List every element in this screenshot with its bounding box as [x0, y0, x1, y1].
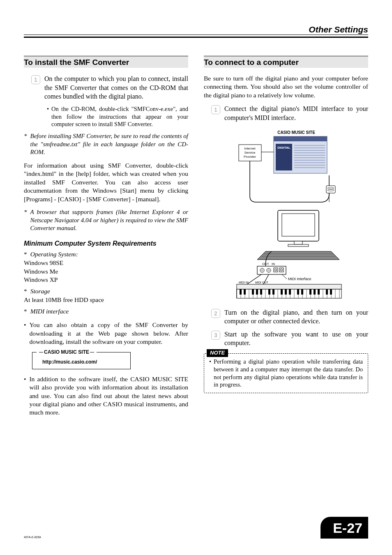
svg-rect-25	[294, 241, 302, 244]
right-step-1-text: Connect the digital piano's MIDI interfa…	[224, 104, 368, 122]
asterisk-icon: *	[24, 208, 27, 233]
bullet-dot-icon: •	[24, 375, 26, 417]
left-star-2-text: A browser that supports frames (like Int…	[30, 208, 189, 233]
bullet-dot-icon: •	[47, 105, 49, 129]
diagram-midi-in-label: MIDI IN	[239, 281, 249, 284]
left-bullet-1: • You can also obtain a copy of the SMF …	[24, 321, 188, 346]
header-title: Other Settings	[309, 25, 368, 34]
svg-rect-82	[301, 289, 303, 295]
left-bullet-2-text: In addition to the software itself, the …	[29, 375, 188, 417]
os-row: * Operating System:	[24, 251, 188, 258]
midi-row: * MIDI interface	[24, 308, 188, 315]
left-section-title: To install the SMF Converter	[24, 56, 188, 68]
left-step-1: 1 On the computer to which you plan to c…	[31, 74, 188, 101]
asterisk-icon: *	[24, 132, 27, 157]
os-label: Operating System:	[30, 251, 78, 258]
note-label: NOTE	[207, 349, 228, 357]
svg-text:IN: IN	[272, 262, 275, 266]
svg-rect-72	[244, 289, 246, 295]
right-step-2: 2 Turn on the digital piano, and then tu…	[211, 308, 368, 326]
asterisk-icon: *	[24, 288, 27, 295]
svg-rect-87	[330, 289, 332, 295]
note-text: Performing a digital piano operation whi…	[214, 358, 363, 389]
left-star-1-text: Before installing SMF Converter, be sure…	[30, 132, 189, 157]
svg-rect-71	[240, 289, 242, 295]
left-column: To install the SMF Converter 1 On the co…	[24, 56, 188, 423]
left-star-2: * A browser that supports frames (like I…	[24, 208, 188, 233]
diagram-svg: CASIO MUSIC SITE DIGITAL In	[224, 128, 348, 301]
os-1: Windows 98SE	[24, 259, 188, 267]
svg-rect-78	[281, 289, 283, 295]
right-section-title: To connect to a computer	[204, 56, 368, 68]
step-number-icon: 1	[31, 75, 40, 84]
diagram-midi-interface-label: MIDI Interface	[288, 277, 311, 281]
svg-line-40	[282, 274, 287, 279]
right-intro: Be sure to turn off the digital piano an…	[204, 74, 368, 99]
svg-rect-36	[274, 268, 278, 272]
right-step-3-text: Start up the software you want to use on…	[224, 330, 368, 348]
svg-rect-83	[309, 289, 311, 295]
diagram-midi-out-label: MIDI OUT	[255, 281, 268, 284]
page-header: Other Settings	[24, 25, 368, 38]
svg-rect-85	[318, 289, 320, 295]
right-column: To connect to a computer Be sure to turn…	[204, 56, 368, 423]
svg-rect-81	[297, 289, 299, 295]
svg-rect-24	[282, 214, 315, 236]
asterisk-icon: *	[24, 251, 27, 258]
svg-text:OUT: OUT	[262, 262, 269, 266]
svg-rect-38	[279, 268, 284, 272]
svg-rect-79	[285, 289, 287, 295]
svg-text:Service: Service	[244, 151, 256, 154]
bullet-dot-icon: •	[24, 321, 26, 346]
svg-rect-80	[289, 289, 291, 295]
svg-text:Provider: Provider	[244, 155, 256, 159]
svg-rect-75	[260, 289, 262, 295]
left-star-1: * Before installing SMF Converter, be su…	[24, 132, 188, 157]
step-number-icon: 2	[211, 309, 220, 318]
step-number-icon: 1	[211, 105, 220, 114]
right-step-1: 1 Connect the digital piano's MIDI inter…	[211, 104, 368, 122]
midi-label: MIDI interface	[30, 308, 69, 315]
os-2: Windows Me	[24, 267, 188, 276]
svg-text:DIGITAL: DIGITAL	[277, 146, 291, 150]
left-bullet-1-text: You can also obtain a copy of the SMF Co…	[29, 321, 188, 346]
step-number-icon: 3	[211, 331, 220, 340]
storage-label: Storage	[30, 288, 50, 295]
storage-req: At least 10MB free HDD space	[24, 296, 188, 304]
min-requirements-subhead: Minimum Computer System Requirements	[24, 240, 188, 247]
svg-rect-43	[237, 284, 341, 289]
casio-url: http://music.casio.com/	[42, 359, 125, 365]
right-step-3: 3 Start up the software you want to use …	[211, 330, 368, 348]
right-step-2-text: Turn on the digital piano, and then turn…	[224, 308, 368, 326]
left-bullet-2: • In addition to the software itself, th…	[24, 375, 188, 417]
bullet-dot-icon: •	[209, 358, 211, 389]
svg-rect-26	[288, 244, 309, 246]
svg-rect-76	[268, 289, 270, 295]
storage-row: * Storage	[24, 288, 188, 295]
left-step-1-text: On the computer to which you plan to con…	[44, 74, 188, 101]
svg-rect-86	[326, 289, 328, 295]
asterisk-icon: *	[24, 308, 27, 315]
page-footer: 407A-E-029A E-27	[24, 517, 368, 539]
left-body-1: For information about using SMF Converte…	[24, 161, 188, 203]
svg-rect-74	[256, 289, 258, 295]
page-number-tab: E-27	[321, 517, 368, 539]
svg-text:Internet: Internet	[244, 147, 256, 150]
svg-point-34	[267, 268, 271, 272]
os-3: Windows XP	[24, 276, 188, 284]
casio-music-site-box: CASIO MUSIC SITE http://music.casio.com/	[32, 352, 131, 369]
svg-rect-73	[252, 289, 254, 295]
svg-rect-1	[274, 136, 327, 141]
note-box: NOTE • Performing a digital piano operat…	[204, 353, 368, 393]
casio-box-label: CASIO MUSIC SITE	[37, 349, 97, 355]
svg-point-32	[260, 268, 264, 272]
svg-rect-77	[272, 289, 274, 295]
connection-diagram: CASIO MUSIC SITE DIGITAL In	[224, 128, 348, 302]
footer-code: 407A-E-029A	[24, 536, 41, 539]
left-step-1-subbullet: • On the CD-ROM, double-click "SMFConv-e…	[47, 105, 188, 129]
left-step-1-sub-text: On the CD-ROM, double-click "SMFConv-e.e…	[51, 105, 188, 129]
svg-rect-84	[314, 289, 316, 295]
diagram-site-label: CASIO MUSIC SITE	[277, 130, 315, 135]
